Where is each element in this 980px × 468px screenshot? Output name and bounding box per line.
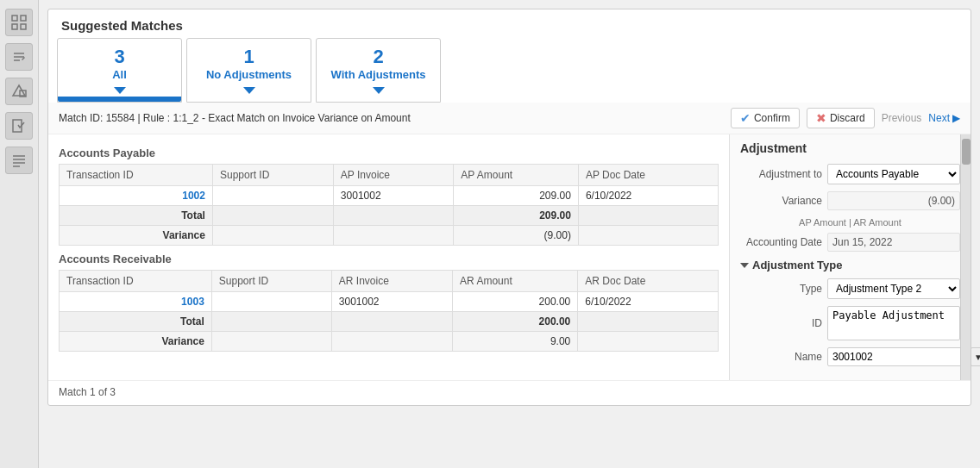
ap-total-empty-3 [578,206,718,226]
ap-variance-row: Variance (9.00) [60,226,719,246]
tab-no-adjustments[interactable]: 1 No Adjustments [186,38,311,103]
ar-col-support-id: Support ID [211,271,331,292]
tab-all-arrow [114,87,126,94]
confirm-label: Confirm [754,112,790,124]
ar-data-row: 1003 3001002 200.00 6/10/2022 [60,292,719,312]
ap-total-amount: 209.00 [454,206,579,226]
tab-all-active-bar [58,97,181,102]
next-label: Next [928,112,950,124]
panel-title: Suggested Matches [48,9,971,38]
id-row: ID Payable Adjustment [740,306,960,340]
accounting-date-label: Accounting Date [740,236,822,248]
adj-type-header[interactable]: Adjustment Type [740,259,960,271]
ar-section-title: Accounts Receivable [59,253,719,265]
grid-icon[interactable] [5,9,33,36]
ar-variance-row: Variance 9.00 [60,332,719,352]
ap-col-ap-doc-date: AP Doc Date [578,165,718,186]
match-right-panel: Adjustment Adjustment to Accounts Payabl… [729,134,971,380]
id-label: ID [740,317,822,329]
ar-total-empty-3 [578,312,719,332]
tab-with-adj-arrow [373,87,385,94]
id-textarea[interactable]: Payable Adjustment [827,306,960,340]
adjustment-to-row: Adjustment to Accounts Payable [740,164,960,184]
ap-total-label: Total [60,206,213,226]
adj-type-title: Adjustment Type [752,259,843,271]
tab-with-adjustments[interactable]: 2 With Adjustments [316,38,441,103]
ap-col-transaction-id: Transaction ID [60,165,213,186]
ap-data-row: 1002 3001002 209.00 6/10/2022 [60,186,719,206]
ar-col-ar-amount: AR Amount [453,271,578,292]
match-footer-text: Match 1 of 3 [59,386,116,398]
name-dropdown-button[interactable]: ▼ [971,347,980,366]
svg-rect-3 [21,24,26,29]
ap-support-id [212,186,333,206]
ar-support-id [211,292,331,312]
ap-col-support-id: Support ID [212,165,333,186]
ap-section-title: Accounts Payable [59,147,719,159]
accounting-date-value: Jun 15, 2022 [827,233,960,252]
ap-amount: 209.00 [454,186,579,206]
x-icon: ✖ [816,111,826,125]
match-header-bar: Match ID: 15584 | Rule : 1:1_2 - Exact M… [48,103,971,134]
chevron-down-icon: ▼ [974,353,980,362]
match-main: Accounts Payable Transaction ID Support … [48,134,729,380]
ar-table: Transaction ID Support ID AR Invoice AR … [59,270,719,352]
name-input-group: 3001002 ▼ [827,347,980,366]
ap-col-ap-invoice: AP Invoice [333,165,454,186]
ar-variance-label: Variance [60,332,212,352]
discard-button[interactable]: ✖ Discard [807,108,875,128]
ar-invoice: 3001002 [331,292,452,312]
ar-transaction-id[interactable]: 1003 [60,292,212,312]
svg-rect-1 [12,24,17,29]
previous-button[interactable]: Previous [882,112,922,124]
shapes-icon[interactable] [5,78,33,105]
svg-rect-0 [12,16,17,21]
ap-variance-empty-3 [578,226,718,246]
variance-label: Variance [740,195,822,207]
ap-variance-label: Variance [60,226,213,246]
ap-variance-empty-1 [212,226,333,246]
ap-table: Transaction ID Support ID AP Invoice AP … [59,164,719,246]
next-button[interactable]: Next ▶ [928,112,960,124]
ar-col-ar-invoice: AR Invoice [331,271,452,292]
scrollbar[interactable] [960,134,971,380]
confirm-button[interactable]: ✔ Confirm [731,108,800,128]
tab-with-adj-number: 2 [330,46,427,68]
match-footer: Match 1 of 3 [48,380,971,405]
tab-no-adj-bar [187,97,311,102]
svg-rect-9 [13,120,22,132]
ap-total-row: Total 209.00 [60,206,719,226]
ar-total-amount: 200.00 [453,312,578,332]
type-select[interactable]: Adjustment Type 2 [827,278,960,299]
ar-amount: 200.00 [453,292,578,312]
ar-total-row: Total 200.00 [60,312,719,332]
ap-ar-note: AP Amount | AR Amount [740,217,960,228]
ar-variance-amount: 9.00 [453,332,578,352]
match-detail-area: Accounts Payable Transaction ID Support … [48,134,971,380]
ap-total-empty-1 [212,206,333,226]
check-icon: ✔ [740,111,751,125]
ar-doc-date: 6/10/2022 [578,292,719,312]
svg-rect-2 [21,16,26,21]
adjustment-to-select[interactable]: Accounts Payable [827,164,960,184]
action-buttons: ✔ Confirm ✖ Discard Previous Next ▶ [731,108,960,128]
content-area: Suggested Matches 3 All [39,0,980,468]
ar-variance-empty-1 [211,332,331,352]
left-sidebar [0,0,39,468]
ar-variance-empty-2 [331,332,452,352]
tab-all-label: All [71,68,168,81]
collapse-icon [740,263,749,268]
lines-icon[interactable] [5,147,33,174]
tab-all[interactable]: 3 All [57,38,182,103]
adjustment-to-label: Adjustment to [740,168,822,180]
edit-list-icon[interactable] [5,43,33,71]
ap-transaction-id[interactable]: 1002 [60,186,213,206]
scroll-thumb[interactable] [962,139,971,165]
ap-variance-amount: (9.00) [454,226,579,246]
name-label: Name [740,351,822,363]
ar-total-empty-2 [331,312,452,332]
doc-check-icon[interactable] [5,112,33,140]
ar-total-label: Total [60,312,212,332]
name-input[interactable]: 3001002 [827,347,967,366]
right-panel-title: Adjustment [740,141,960,155]
